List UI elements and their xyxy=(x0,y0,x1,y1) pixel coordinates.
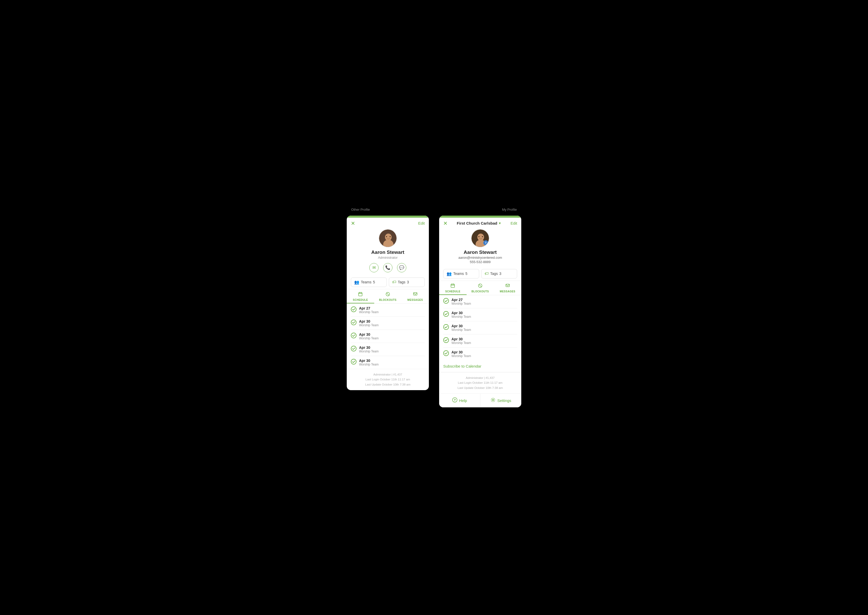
user-role-left: Administrator xyxy=(378,256,398,259)
schedule-item: Apr 30 Worship Team xyxy=(351,317,425,330)
svg-line-29 xyxy=(479,284,482,287)
footer-text-left: Administrator | #1,437 Last Login Octobe… xyxy=(351,372,425,387)
schedule-info: Apr 30 Worship Team xyxy=(359,319,379,327)
svg-point-20 xyxy=(478,236,480,237)
schedule-info: Apr 27 Worship Team xyxy=(359,306,379,314)
card-header-left: ✕ Edit xyxy=(347,218,429,227)
edit-button-left[interactable]: Edit xyxy=(418,221,425,225)
svg-point-21 xyxy=(482,236,483,237)
schedule-item: Apr 30 Worship Team xyxy=(443,322,517,334)
schedule-icon-left xyxy=(358,292,363,298)
help-label: Help xyxy=(459,398,467,403)
svg-point-15 xyxy=(351,346,356,351)
schedule-date: Apr 30 xyxy=(452,337,471,341)
svg-rect-11 xyxy=(413,293,417,295)
schedule-list-left: Apr 27 Worship Team Apr 30 Worship Team xyxy=(347,304,429,369)
tags-icon-right: 🏷 xyxy=(485,271,489,276)
teams-count-right: 5 xyxy=(465,272,468,276)
svg-point-32 xyxy=(444,311,449,317)
card-footer-right: Administrator | #1,437 Last Login Octobe… xyxy=(439,372,521,394)
footer-line1-left: Administrator | #1,437 xyxy=(373,373,402,376)
tags-button-right[interactable]: 🏷 Tags 3 xyxy=(481,269,517,278)
tab-messages-right[interactable]: MESSAGES xyxy=(494,281,521,295)
schedule-date: Apr 30 xyxy=(452,311,471,315)
tab-schedule-right[interactable]: SCHEDULE xyxy=(439,281,467,295)
stats-row-left: 👥 Teams 5 🏷 Tags 3 xyxy=(347,275,429,289)
footer-line1-right: Administrator | #1,437 xyxy=(466,376,495,379)
schedule-date: Apr 30 xyxy=(359,345,379,350)
schedule-item: Apr 30 Worship Team xyxy=(443,334,517,348)
messages-icon-left xyxy=(413,292,418,298)
blockouts-icon-left xyxy=(385,292,390,298)
footer-line2-left: Last Login October 11th 11:17 am xyxy=(365,378,410,381)
svg-point-3 xyxy=(386,236,387,237)
profile-section-left: Aaron Stewart Administrator ✉ 📞 💬 xyxy=(347,227,429,275)
check-icon xyxy=(443,298,449,305)
svg-point-14 xyxy=(351,333,356,338)
message-icon-left[interactable]: 💬 xyxy=(397,263,406,272)
church-name[interactable]: First Church Carlsbad ▼ xyxy=(457,221,501,225)
settings-button[interactable]: Settings xyxy=(480,394,522,407)
svg-text:P: P xyxy=(485,242,487,244)
schedule-info: Apr 27 Worship Team xyxy=(452,298,471,306)
svg-point-12 xyxy=(351,307,356,312)
svg-point-34 xyxy=(444,337,449,343)
schedule-date: Apr 27 xyxy=(452,298,471,302)
check-icon xyxy=(351,346,357,353)
edit-button-right[interactable]: Edit xyxy=(511,221,517,225)
check-icon xyxy=(351,320,357,326)
other-profile-card: ✕ Edit Aaron xyxy=(347,215,429,390)
card-footer-left: Administrator | #1,437 Last Login Octobe… xyxy=(347,369,429,390)
tab-messages-label-right: MESSAGES xyxy=(500,290,515,293)
schedule-info: Apr 30 Worship Team xyxy=(452,311,471,318)
tab-schedule-label-left: SCHEDULE xyxy=(353,298,368,301)
tags-count-right: 3 xyxy=(499,272,502,276)
teams-label-left: Teams xyxy=(361,280,371,284)
schedule-info: Apr 30 Worship Team xyxy=(452,324,471,332)
teams-button-right[interactable]: 👥 Teams 5 xyxy=(443,269,479,278)
tab-blockouts-left[interactable]: BLOCKOUTS xyxy=(374,289,402,303)
schedule-info: Apr 30 Worship Team xyxy=(452,350,471,358)
teams-label-right: Teams xyxy=(453,272,464,276)
help-button[interactable]: ? Help xyxy=(439,394,480,407)
close-button-left[interactable]: ✕ xyxy=(351,221,355,226)
other-profile-label: Other Profile xyxy=(351,208,370,212)
teams-button-left[interactable]: 👥 Teams 5 xyxy=(351,278,387,287)
schedule-team: Worship Team xyxy=(452,328,471,332)
tab-messages-left[interactable]: MESSAGES xyxy=(401,289,429,303)
profile-section-right: P Aaron Stewart aaron@ministrycentered.c… xyxy=(439,227,521,267)
footer-line3-right: Last Update October 10th 7:38 am xyxy=(458,386,503,389)
check-icon xyxy=(351,332,357,340)
messages-icon-right xyxy=(505,283,510,289)
avatar-left xyxy=(379,229,397,247)
schedule-team: Worship Team xyxy=(359,363,379,366)
footer-text-right: Administrator | #1,437 Last Login Octobe… xyxy=(443,376,517,391)
schedule-info: Apr 30 Worship Team xyxy=(359,345,379,353)
avatar-image-right: P xyxy=(471,229,489,247)
tab-blockouts-label-left: BLOCKOUTS xyxy=(379,298,397,301)
schedule-item: Apr 30 Worship Team xyxy=(443,348,517,361)
svg-rect-30 xyxy=(506,284,510,287)
tags-label-left: Tags xyxy=(398,280,405,284)
svg-rect-24 xyxy=(451,284,455,287)
user-phone-right: 555-532-8889 xyxy=(470,260,491,264)
card-top-bar-left xyxy=(347,215,429,218)
tab-schedule-left[interactable]: SCHEDULE xyxy=(347,289,374,303)
user-name-left: Aaron Stewart xyxy=(371,250,405,255)
bottom-actions: ? Help Settings xyxy=(439,393,521,407)
check-icon xyxy=(443,311,449,318)
close-button-right[interactable]: ✕ xyxy=(443,221,447,226)
tab-blockouts-right[interactable]: BLOCKOUTS xyxy=(467,281,494,295)
schedule-team: Worship Team xyxy=(452,341,471,345)
tab-messages-label-left: MESSAGES xyxy=(407,298,423,301)
phone-icon-left[interactable]: 📞 xyxy=(383,263,393,272)
card-top-bar-right xyxy=(439,215,521,218)
schedule-item: Apr 30 Worship Team xyxy=(351,343,425,356)
email-icon-left[interactable]: ✉ xyxy=(369,263,379,272)
svg-point-4 xyxy=(390,236,391,237)
tags-button-left[interactable]: 🏷 Tags 3 xyxy=(389,278,425,287)
user-name-right: Aaron Stewart xyxy=(464,250,497,255)
schedule-date: Apr 27 xyxy=(359,306,379,310)
subscribe-calendar-link[interactable]: Subscribe to Calendar xyxy=(439,361,521,372)
settings-label: Settings xyxy=(497,398,511,403)
